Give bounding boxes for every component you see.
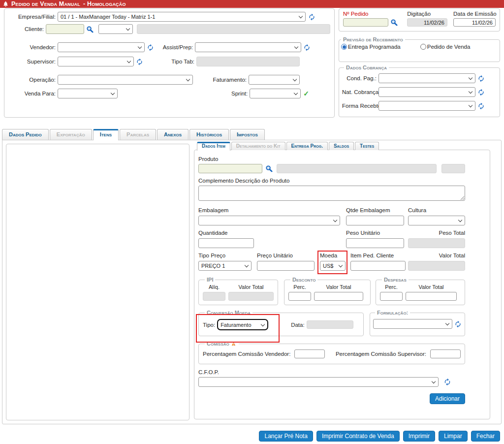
entrega-programada-radio[interactable]: [341, 44, 347, 50]
dados-item-panel: Produto Complemento Descrição do Produto…: [194, 150, 490, 419]
nat-cobranca-select[interactable]: [378, 87, 475, 97]
item-ped-cliente-input[interactable]: [350, 261, 406, 271]
faturamento-select[interactable]: [249, 75, 300, 85]
vendedor-label: Vendedor:: [6, 44, 56, 50]
formulacao-select[interactable]: [373, 319, 452, 329]
refresh-icon[interactable]: [303, 44, 311, 51]
comissao-supervisor-input[interactable]: [430, 349, 461, 358]
despesas-legend: Despesas: [382, 277, 409, 283]
numero-pedido-field: Nº Pedido: [343, 11, 400, 29]
despesas-perc-label: Perc.: [380, 284, 403, 290]
complemento-textarea[interactable]: [198, 186, 465, 201]
cond-pag-select[interactable]: [378, 73, 475, 83]
sprint-select[interactable]: [250, 89, 301, 98]
tab-itens[interactable]: Itens: [93, 129, 119, 140]
forma-recebto-select[interactable]: [378, 101, 475, 111]
quantidade-field: Quantidade: [198, 230, 340, 248]
cfop-label: C.F.O.P.: [198, 369, 219, 375]
search-icon[interactable]: [390, 19, 398, 26]
page-title: Pedido de Venda Manual: [11, 0, 80, 7]
tipo-preco-select[interactable]: PREÇO 1: [198, 261, 252, 271]
despesas-perc-input[interactable]: [380, 292, 403, 301]
vendedor-select[interactable]: [58, 42, 145, 52]
conversao-tipo-select[interactable]: Faturamento: [217, 319, 268, 330]
cultura-select[interactable]: [408, 216, 465, 225]
desconto-perc-input[interactable]: [288, 292, 311, 301]
search-icon[interactable]: [265, 165, 273, 172]
chevron-down-icon: [126, 27, 130, 31]
supervisor-select[interactable]: [58, 57, 134, 66]
venda-para-label: Venda Para:: [6, 91, 56, 96]
cobranca-legend: Dados Cobrança: [344, 64, 389, 70]
valor-total-field: Valor Total: [408, 253, 465, 271]
imprimir-button[interactable]: Imprimir: [403, 431, 435, 442]
cliente-code-input[interactable]: [46, 24, 84, 34]
refresh-icon[interactable]: [147, 44, 154, 51]
qtde-embalagem-input[interactable]: [346, 216, 404, 225]
conversao-legend: Conversão Moeda: [205, 310, 252, 316]
empresa-filial-value: 01 / 1 - MaxManager Today - Matriz 1-1: [61, 14, 155, 20]
cliente-type-select[interactable]: [98, 24, 133, 34]
comissao-vendedor-label: Percentagem Comissão Vendedor:: [203, 351, 290, 357]
order-number-box: Nº Pedido Digitação 11/02/26 Data de Emi…: [339, 8, 500, 32]
desconto-valor-input[interactable]: [314, 292, 363, 301]
warning-icon: ▲!: [231, 340, 237, 347]
assist-prep-select[interactable]: [195, 42, 301, 52]
tab-anexos[interactable]: Anexos: [157, 129, 189, 140]
tab-historicos[interactable]: Históricos: [189, 129, 229, 140]
moeda-select[interactable]: US$: [320, 261, 346, 271]
empresa-filial-row: Empresa/Filial: 01 / 1 - MaxManager Toda…: [6, 12, 330, 22]
tipo-tab-label: Tipo Tab:: [143, 59, 194, 64]
comissao-vendedor-input[interactable]: [294, 349, 325, 358]
data-emissao-input[interactable]: 11/02/26: [453, 18, 496, 27]
peso-unitario-input[interactable]: [346, 238, 404, 248]
embalagem-select[interactable]: [198, 216, 340, 225]
chevron-down-icon: [432, 380, 436, 383]
desconto-valor-label: Valor Total: [314, 284, 363, 290]
despesas-valor-input[interactable]: [406, 292, 457, 301]
preco-unitario-input[interactable]: [257, 261, 315, 271]
tab-saldos[interactable]: Saldos: [329, 142, 354, 150]
tab-dados-pedido[interactable]: Dados Pedido: [2, 129, 49, 140]
empresa-filial-select[interactable]: 01 / 1 - MaxManager Today - Matriz 1-1: [58, 12, 306, 22]
chevron-down-icon: [333, 218, 337, 222]
cond-pag-label: Cond. Pag.:: [342, 75, 377, 81]
refresh-icon[interactable]: [308, 13, 315, 21]
chevron-down-icon: [127, 59, 131, 63]
produto-code-input[interactable]: [198, 164, 262, 173]
operacao-select[interactable]: [58, 75, 193, 85]
cfop-select[interactable]: [198, 377, 439, 387]
nat-cobranca-label: Nat. Cobrança:: [342, 89, 377, 95]
adicionar-button[interactable]: Adicionar: [430, 393, 465, 404]
cfop-row: [198, 377, 465, 387]
refresh-icon[interactable]: [477, 89, 485, 96]
venda-para-select[interactable]: [58, 89, 118, 98]
lancar-pre-nota-button[interactable]: Lançar Pré Nota: [259, 431, 313, 442]
tab-entrega-prog[interactable]: Entrega Prog.: [286, 142, 328, 150]
refresh-icon[interactable]: [477, 102, 485, 110]
tab-impostos[interactable]: Impostos: [230, 129, 265, 140]
conversao-data-label: Data:: [291, 322, 305, 328]
pedido-de-venda-label: Pedido de Venda: [427, 44, 471, 50]
search-icon[interactable]: [86, 26, 94, 33]
quantidade-input[interactable]: [198, 238, 254, 248]
refresh-icon[interactable]: [477, 75, 485, 82]
digitacao-value: 11/02/26: [407, 18, 447, 27]
produto-desc-readonly: [277, 164, 437, 173]
tab-testes[interactable]: Testes: [355, 142, 379, 150]
tab-dados-item[interactable]: Dados Item: [197, 142, 230, 151]
preco-unitario-field: Preço Unitário: [257, 253, 315, 271]
peso-unitario-label: Peso Unitário: [346, 230, 404, 236]
ipi-aliq-label: Alíq.: [203, 284, 225, 290]
conversao-moeda-fieldset: Conversão Moeda Tipo: Faturamento Data:: [198, 310, 364, 336]
numero-pedido-input[interactable]: [343, 18, 388, 27]
refresh-icon[interactable]: [136, 58, 143, 65]
refresh-icon[interactable]: [443, 378, 451, 386]
order-header-panel: Empresa/Filial: 01 / 1 - MaxManager Toda…: [4, 8, 335, 118]
refresh-icon[interactable]: [454, 320, 462, 328]
fechar-button[interactable]: Fechar: [471, 431, 500, 442]
tab-detalhamento-kit: Detalhamento do Kit: [231, 142, 285, 150]
imprimir-contrato-button[interactable]: Imprimir Contrato de Venda: [316, 431, 400, 442]
pedido-de-venda-radio[interactable]: [420, 44, 426, 50]
limpar-button[interactable]: Limpar: [439, 431, 468, 442]
